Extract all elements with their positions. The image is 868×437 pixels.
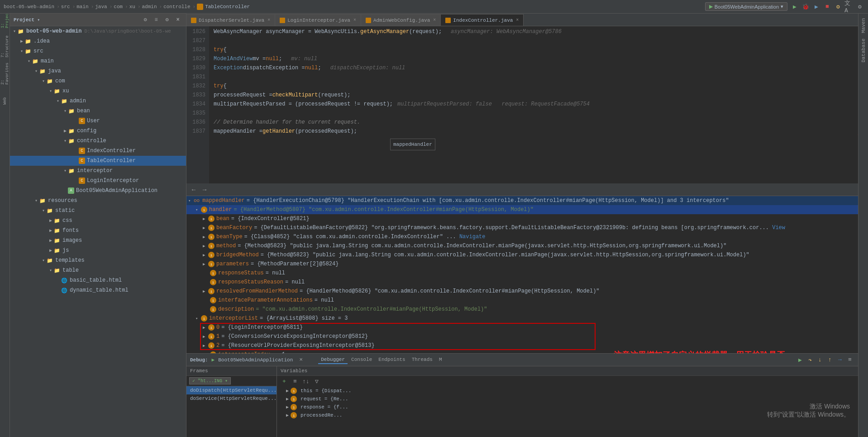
sync-icon[interactable]: ⚙ — [141, 15, 150, 24]
add-var-icon[interactable]: + — [280, 377, 289, 386]
tree-item-interceptor[interactable]: ▾ 📁 interceptor — [10, 166, 186, 176]
frame-item-dodispatch[interactable]: doDispatch(HttpServletRequ... — [186, 386, 277, 394]
dv-row-mappedhandler[interactable]: ▾ oo mappedHandler = {HandlerExecutionCh… — [186, 196, 858, 205]
step-into-icon[interactable]: ↓ — [816, 355, 825, 365]
tree-item-resources[interactable]: ▾ 📁 resources — [10, 196, 186, 206]
dv-row-bean[interactable]: ▶ i bean = {IndexController@5821} — [186, 214, 858, 223]
tab-adminwebconfig[interactable]: AdminWebConfig.java × — [361, 14, 441, 26]
tree-item-indexcontroller[interactable]: ▶ C IndexController — [10, 146, 186, 156]
tab-close-1[interactable]: × — [267, 18, 270, 23]
dv-row-interceptorlist[interactable]: ▾ i interceptorList = {ArrayList@5808} s… — [186, 314, 858, 323]
tree-item-js[interactable]: ▶ 📁 js — [10, 245, 186, 255]
tree-item-admin[interactable]: ▾ 📁 admin — [10, 96, 186, 106]
tree-item-src[interactable]: ▾ 📁 src — [10, 46, 186, 56]
forward-icon[interactable]: → — [200, 185, 209, 194]
coverage-icon[interactable]: ▶ — [812, 2, 821, 11]
debug-tab-endpoints[interactable]: Endpoints — [376, 356, 408, 364]
var-item-processedre[interactable]: ▶ i processedRe... — [277, 411, 858, 419]
tree-item-root[interactable]: ▾ 📁 boot-05-web-admin D:\Java\springBoot… — [10, 26, 186, 36]
step-out-icon[interactable]: ↑ — [825, 355, 835, 365]
thread-selector[interactable]: ✓ "ht...ING ▾ — [189, 377, 231, 384]
debug-close-icon[interactable]: × — [296, 355, 305, 365]
dv-row-beantype[interactable]: ▶ i beanType = {Class@4852} "class com.x… — [186, 232, 858, 241]
tree-item-java[interactable]: ▾ 📁 java — [10, 66, 186, 76]
dv-row-interceptor-1[interactable]: ▶ i 1 = {ConversionServiceExposingInterc… — [186, 332, 858, 341]
project-dropdown-icon[interactable]: ▾ — [37, 17, 40, 23]
dv-row-responsestatusreason[interactable]: i responseStatusReason = null — [186, 278, 858, 287]
code-content[interactable]: WebAsyncManager asyncManager = WebAsyncU… — [209, 26, 858, 183]
breadcrumb-controlle[interactable]: controlle — [163, 4, 190, 10]
tab-close-2[interactable]: × — [353, 18, 356, 23]
tree-item-bootapp[interactable]: ▶ A Boot05WebAdminApplication — [10, 186, 186, 196]
close-panel-icon[interactable]: × — [173, 15, 182, 24]
tree-item-fonts[interactable]: ▶ 📁 fonts — [10, 226, 186, 235]
favorites-strip-icon[interactable]: 2: Favorites — [1, 70, 9, 78]
build-icon[interactable]: ⚙ — [834, 2, 843, 11]
tree-item-images[interactable]: ▶ 📁 images — [10, 235, 186, 245]
tree-item-templates[interactable]: ▾ 📁 templates — [10, 255, 186, 265]
dv-row-description[interactable]: i description = "com.xu.admin.controlle.… — [186, 305, 858, 314]
structure-strip-icon[interactable]: 7: Structure — [1, 43, 9, 51]
var-item-request[interactable]: ▶ i request = {Re... — [277, 395, 858, 403]
resume-icon[interactable]: ▶ — [796, 355, 805, 365]
breadcrumb-com[interactable]: com — [114, 4, 123, 10]
tree-item-xu[interactable]: ▾ 📁 xu — [10, 86, 186, 96]
tab-logininterceptor[interactable]: LoginInterceptor.java × — [275, 14, 361, 26]
tree-item-main[interactable]: ▾ 📁 main — [10, 56, 186, 66]
tree-item-com[interactable]: ▾ 📁 com — [10, 76, 186, 86]
tree-item-bean[interactable]: ▾ 📁 bean — [10, 106, 186, 116]
database-tab[interactable]: Database — [860, 36, 867, 65]
dv-row-interceptor-2[interactable]: ▶ i 2 = {ResourceUrlProviderExposingInte… — [186, 341, 858, 350]
debug-tab-threads[interactable]: Threads — [409, 356, 435, 364]
breadcrumb-java[interactable]: java — [95, 4, 107, 10]
step-run-icon[interactable]: → — [835, 355, 844, 365]
web-strip-icon[interactable]: Web — [1, 97, 9, 105]
dv-row-method[interactable]: ▶ i method = {Method@5823} "public java.… — [186, 241, 858, 250]
debug-icon[interactable]: 🐞 — [801, 2, 810, 11]
evaluate-icon[interactable]: ≡ — [845, 355, 854, 365]
dv-row-handler[interactable]: ▾ i handler = {HandlerMethod@5807} "com.… — [186, 205, 858, 214]
tree-item-idea[interactable]: ▶ 📁 .idea — [10, 36, 186, 46]
dv-row-resolvedfrom[interactable]: ▶ i resolvedFromHandlerMethod = {Handler… — [186, 287, 858, 296]
tree-item-basic-table[interactable]: ▶ 🌐 basic_table.html — [10, 275, 186, 285]
tree-item-controlle[interactable]: ▾ 📁 controlle — [10, 136, 186, 146]
tab-dispatcherservlet[interactable]: DispatcherServlet.java × — [186, 14, 275, 26]
stop-icon[interactable]: ■ — [823, 2, 832, 11]
tree-item-dynamic-table[interactable]: ▶ 🌐 dynamic_table.html — [10, 285, 186, 295]
maven-tab[interactable]: Maven — [860, 15, 867, 36]
tab-close-3[interactable]: × — [433, 18, 436, 23]
run-icon[interactable]: ▶ — [790, 2, 799, 11]
dv-row-beanfactory[interactable]: ▶ i beanFactory = {DefaultListableBeanFa… — [186, 223, 858, 232]
frame-item-doservice[interactable]: doService(HttpServletReque... — [186, 394, 277, 403]
tree-item-static[interactable]: ▾ 📁 static — [10, 206, 186, 216]
tree-item-logininterceptor[interactable]: ▶ C LoginInterceptor — [10, 176, 186, 186]
dv-row-interceptorindex[interactable]: i interceptorIndex = -1 — [186, 350, 858, 353]
breadcrumb-main[interactable]: main — [76, 4, 88, 10]
back-icon[interactable]: ← — [189, 185, 198, 194]
dv-row-responsestatus[interactable]: i responseStatus = null — [186, 269, 858, 278]
debug-tab-m[interactable]: M — [436, 356, 445, 364]
sort-vars-icon[interactable]: ↑↓ — [301, 377, 310, 386]
var-item-response[interactable]: ▶ i response = {f... — [277, 403, 858, 411]
tree-item-config[interactable]: ▶ 📁 config — [10, 126, 186, 136]
dv-row-parameters[interactable]: ▶ i parameters = {MethodParameter[2]@582… — [186, 259, 858, 269]
breadcrumb-admin[interactable]: admin — [142, 4, 157, 10]
debug-tab-debugger[interactable]: Debugger — [318, 356, 348, 364]
tree-item-user[interactable]: ▶ C User — [10, 116, 186, 126]
dv-row-interceptor-0[interactable]: ▶ i 0 = {LoginInterceptor@5811} — [186, 323, 858, 332]
step-over-icon[interactable]: ↷ — [806, 355, 815, 365]
dv-row-interfaceparam[interactable]: i interfaceParameterAnnotations = null — [186, 296, 858, 305]
breadcrumb-src[interactable]: src — [61, 4, 70, 10]
var-settings-icon[interactable]: ≡ — [291, 377, 300, 386]
run-config-button[interactable]: ▶ Boot05WebAdminApplication ▾ — [705, 2, 787, 11]
tab-close-4[interactable]: × — [516, 18, 519, 23]
filter-vars-icon[interactable]: ▽ — [312, 377, 321, 386]
tree-item-tablecontroller[interactable]: ▶ C TableController — [10, 156, 186, 166]
collapse-icon[interactable]: ≡ — [152, 15, 161, 24]
settings-icon[interactable]: ⚙ — [855, 2, 864, 11]
tree-item-table-folder[interactable]: ▾ 📁 table — [10, 265, 186, 275]
debug-tab-console[interactable]: Console — [348, 356, 375, 364]
translate-icon[interactable]: 文A — [844, 2, 854, 11]
tree-item-css[interactable]: ▶ 📁 css — [10, 216, 186, 226]
breadcrumb-xu[interactable]: xu — [129, 4, 135, 10]
